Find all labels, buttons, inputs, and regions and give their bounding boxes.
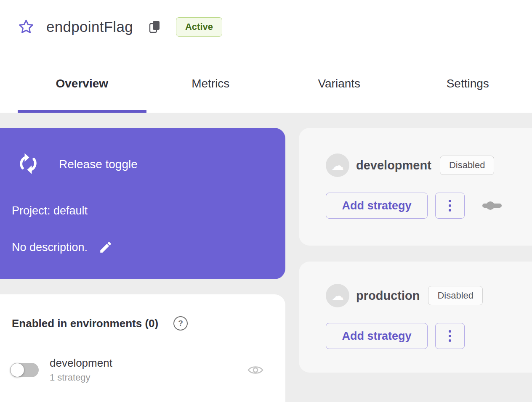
help-icon[interactable]: ? <box>173 316 188 331</box>
strategy-count: 1 strategy <box>50 372 112 383</box>
tab-overview[interactable]: Overview <box>18 54 146 113</box>
enabled-environments-panel: Enabled in environments (0) ? developmen… <box>0 294 285 402</box>
overview-content: Release toggle Project: default No descr… <box>0 113 532 402</box>
development-enable-toggle[interactable] <box>10 363 39 377</box>
disabled-badge: Disabled <box>428 286 483 305</box>
more-options-button[interactable] <box>435 193 465 219</box>
tab-variants[interactable]: Variants <box>275 54 404 113</box>
status-badge: Active <box>176 17 222 37</box>
page-header: endpointFlag Active <box>0 0 532 54</box>
copy-name-icon[interactable] <box>149 20 161 34</box>
enabled-environments-title: Enabled in environments (0) <box>12 317 158 330</box>
description-label: No description. <box>12 241 88 254</box>
feature-flag-page: endpointFlag Active Overview Metrics Var… <box>0 0 532 402</box>
more-options-button[interactable] <box>435 323 465 349</box>
tab-metrics-label: Metrics <box>192 77 229 90</box>
tab-overview-label: Overview <box>56 77 108 90</box>
disabled-badge: Disabled <box>440 156 495 175</box>
active-tab-underline <box>18 110 146 113</box>
add-strategy-button[interactable]: Add strategy <box>326 323 428 349</box>
edit-description-icon[interactable] <box>98 240 113 254</box>
environment-card-development: ☁ development Disabled Add strategy <box>299 128 532 246</box>
tab-settings-label: Settings <box>447 77 489 90</box>
release-toggle-icon <box>16 151 40 177</box>
add-strategy-button[interactable]: Add strategy <box>326 193 428 219</box>
visibility-eye-icon[interactable] <box>247 365 263 376</box>
toggle-knob <box>11 363 24 377</box>
flag-summary-card: Release toggle Project: default No descr… <box>0 128 285 279</box>
three-dots-icon <box>449 330 451 342</box>
environment-card-name: development <box>356 159 431 172</box>
tab-variants-label: Variants <box>318 77 360 90</box>
environment-row-development: development 1 strategy <box>10 357 275 383</box>
environment-info: development 1 strategy <box>50 357 112 383</box>
three-dots-icon <box>449 200 451 212</box>
page-title: endpointFlag <box>46 19 133 35</box>
project-label: Project: default <box>12 204 285 217</box>
tab-metrics[interactable]: Metrics <box>146 54 275 113</box>
tab-settings[interactable]: Settings <box>404 54 532 113</box>
toggle-type-label: Release toggle <box>59 158 138 171</box>
environment-card-name: production <box>356 289 420 303</box>
favorite-star-icon[interactable] <box>18 19 35 35</box>
environment-name: development <box>50 357 112 370</box>
environment-state-toggle-icon[interactable] <box>482 201 502 210</box>
cloud-icon: ☁ <box>326 153 349 177</box>
tab-bar: Overview Metrics Variants Settings <box>0 54 532 113</box>
cloud-icon: ☁ <box>326 284 349 307</box>
environment-card-production: ☁ production Disabled Add strategy <box>299 262 532 373</box>
